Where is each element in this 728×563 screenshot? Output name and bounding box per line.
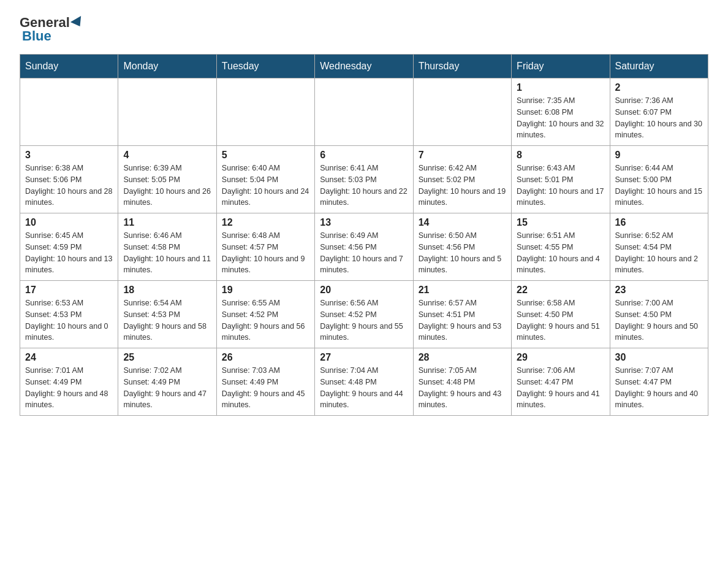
calendar-cell — [413, 79, 511, 146]
day-number: 27 — [320, 352, 408, 363]
calendar-cell: 22Sunrise: 6:58 AMSunset: 4:50 PMDayligh… — [512, 281, 610, 348]
calendar-cell: 14Sunrise: 6:50 AMSunset: 4:56 PMDayligh… — [413, 213, 511, 281]
day-number: 12 — [222, 217, 309, 228]
calendar-cell: 18Sunrise: 6:54 AMSunset: 4:53 PMDayligh… — [118, 281, 216, 348]
day-number: 10 — [25, 217, 113, 228]
day-of-week-header: Saturday — [610, 55, 708, 79]
calendar-cell: 4Sunrise: 6:39 AMSunset: 5:05 PMDaylight… — [118, 146, 216, 213]
day-number: 15 — [517, 217, 604, 228]
day-sun-info: Sunrise: 6:38 AMSunset: 5:06 PMDaylight:… — [25, 163, 113, 209]
day-sun-info: Sunrise: 7:03 AMSunset: 4:49 PMDaylight:… — [222, 365, 309, 411]
day-sun-info: Sunrise: 6:48 AMSunset: 4:57 PMDaylight:… — [222, 230, 309, 276]
day-of-week-header: Sunday — [20, 55, 118, 79]
day-sun-info: Sunrise: 6:57 AMSunset: 4:51 PMDaylight:… — [419, 297, 506, 343]
calendar-cell: 27Sunrise: 7:04 AMSunset: 4:48 PMDayligh… — [315, 348, 413, 416]
day-number: 24 — [25, 352, 113, 363]
day-sun-info: Sunrise: 7:05 AMSunset: 4:48 PMDaylight:… — [419, 365, 506, 411]
day-number: 23 — [615, 285, 703, 296]
day-number: 11 — [123, 217, 211, 228]
logo-arrow-icon — [70, 16, 85, 29]
day-number: 29 — [517, 352, 604, 363]
day-number: 7 — [419, 150, 506, 161]
day-number: 5 — [222, 150, 309, 161]
day-number: 30 — [615, 352, 703, 363]
calendar-week-row: 1Sunrise: 7:35 AMSunset: 6:08 PMDaylight… — [20, 79, 708, 146]
day-number: 1 — [517, 82, 604, 93]
calendar-cell: 6Sunrise: 6:41 AMSunset: 5:03 PMDaylight… — [315, 146, 413, 213]
calendar-cell: 26Sunrise: 7:03 AMSunset: 4:49 PMDayligh… — [216, 348, 314, 416]
calendar-week-row: 3Sunrise: 6:38 AMSunset: 5:06 PMDaylight… — [20, 146, 708, 213]
day-sun-info: Sunrise: 6:54 AMSunset: 4:53 PMDaylight:… — [123, 297, 211, 343]
calendar-cell: 24Sunrise: 7:01 AMSunset: 4:49 PMDayligh… — [20, 348, 118, 416]
calendar-cell: 10Sunrise: 6:45 AMSunset: 4:59 PMDayligh… — [20, 213, 118, 281]
day-header-row: SundayMondayTuesdayWednesdayThursdayFrid… — [20, 55, 708, 79]
day-sun-info: Sunrise: 6:39 AMSunset: 5:05 PMDaylight:… — [123, 163, 211, 209]
calendar-cell: 7Sunrise: 6:42 AMSunset: 5:02 PMDaylight… — [413, 146, 511, 213]
day-sun-info: Sunrise: 6:41 AMSunset: 5:03 PMDaylight:… — [320, 163, 408, 209]
day-number: 4 — [123, 150, 211, 161]
day-number: 26 — [222, 352, 309, 363]
day-sun-info: Sunrise: 6:51 AMSunset: 4:55 PMDaylight:… — [517, 230, 604, 276]
calendar-cell: 21Sunrise: 6:57 AMSunset: 4:51 PMDayligh… — [413, 281, 511, 348]
day-number: 17 — [25, 285, 113, 296]
day-sun-info: Sunrise: 7:02 AMSunset: 4:49 PMDaylight:… — [123, 365, 211, 411]
day-number: 13 — [320, 217, 408, 228]
calendar-table: SundayMondayTuesdayWednesdayThursdayFrid… — [20, 54, 708, 416]
calendar-cell: 29Sunrise: 7:06 AMSunset: 4:47 PMDayligh… — [512, 348, 610, 416]
day-number: 14 — [419, 217, 506, 228]
day-sun-info: Sunrise: 6:40 AMSunset: 5:04 PMDaylight:… — [222, 163, 309, 209]
calendar-cell: 19Sunrise: 6:55 AMSunset: 4:52 PMDayligh… — [216, 281, 314, 348]
calendar-cell: 1Sunrise: 7:35 AMSunset: 6:08 PMDaylight… — [512, 79, 610, 146]
day-sun-info: Sunrise: 6:42 AMSunset: 5:02 PMDaylight:… — [419, 163, 506, 209]
day-sun-info: Sunrise: 6:52 AMSunset: 4:54 PMDaylight:… — [615, 230, 703, 276]
day-sun-info: Sunrise: 7:35 AMSunset: 6:08 PMDaylight:… — [517, 95, 604, 141]
day-sun-info: Sunrise: 6:50 AMSunset: 4:56 PMDaylight:… — [419, 230, 506, 276]
day-sun-info: Sunrise: 6:58 AMSunset: 4:50 PMDaylight:… — [517, 297, 604, 343]
calendar-cell: 28Sunrise: 7:05 AMSunset: 4:48 PMDayligh… — [413, 348, 511, 416]
calendar-cell: 12Sunrise: 6:48 AMSunset: 4:57 PMDayligh… — [216, 213, 314, 281]
calendar-cell: 3Sunrise: 6:38 AMSunset: 5:06 PMDaylight… — [20, 146, 118, 213]
logo-blue-text: Blue — [22, 28, 51, 44]
calendar-cell — [118, 79, 216, 146]
day-of-week-header: Thursday — [413, 55, 511, 79]
day-number: 2 — [615, 82, 703, 93]
day-number: 19 — [222, 285, 309, 296]
page-header: General Blue — [20, 15, 708, 44]
day-number: 6 — [320, 150, 408, 161]
day-sun-info: Sunrise: 6:53 AMSunset: 4:53 PMDaylight:… — [25, 297, 113, 343]
calendar-cell: 13Sunrise: 6:49 AMSunset: 4:56 PMDayligh… — [315, 213, 413, 281]
calendar-cell: 9Sunrise: 6:44 AMSunset: 5:00 PMDaylight… — [610, 146, 708, 213]
calendar-week-row: 10Sunrise: 6:45 AMSunset: 4:59 PMDayligh… — [20, 213, 708, 281]
day-sun-info: Sunrise: 6:55 AMSunset: 4:52 PMDaylight:… — [222, 297, 309, 343]
calendar-cell: 17Sunrise: 6:53 AMSunset: 4:53 PMDayligh… — [20, 281, 118, 348]
calendar-cell: 15Sunrise: 6:51 AMSunset: 4:55 PMDayligh… — [512, 213, 610, 281]
day-sun-info: Sunrise: 7:04 AMSunset: 4:48 PMDaylight:… — [320, 365, 408, 411]
calendar-cell: 5Sunrise: 6:40 AMSunset: 5:04 PMDaylight… — [216, 146, 314, 213]
day-number: 21 — [419, 285, 506, 296]
day-sun-info: Sunrise: 6:46 AMSunset: 4:58 PMDaylight:… — [123, 230, 211, 276]
day-of-week-header: Wednesday — [315, 55, 413, 79]
calendar-cell: 2Sunrise: 7:36 AMSunset: 6:07 PMDaylight… — [610, 79, 708, 146]
day-sun-info: Sunrise: 7:06 AMSunset: 4:47 PMDaylight:… — [517, 365, 604, 411]
calendar-cell: 16Sunrise: 6:52 AMSunset: 4:54 PMDayligh… — [610, 213, 708, 281]
calendar-cell: 11Sunrise: 6:46 AMSunset: 4:58 PMDayligh… — [118, 213, 216, 281]
day-number: 25 — [123, 352, 211, 363]
day-number: 18 — [123, 285, 211, 296]
day-number: 28 — [419, 352, 506, 363]
day-sun-info: Sunrise: 6:49 AMSunset: 4:56 PMDaylight:… — [320, 230, 408, 276]
day-sun-info: Sunrise: 6:56 AMSunset: 4:52 PMDaylight:… — [320, 297, 408, 343]
day-sun-info: Sunrise: 7:36 AMSunset: 6:07 PMDaylight:… — [615, 95, 703, 141]
calendar-week-row: 17Sunrise: 6:53 AMSunset: 4:53 PMDayligh… — [20, 281, 708, 348]
day-of-week-header: Friday — [512, 55, 610, 79]
day-sun-info: Sunrise: 6:45 AMSunset: 4:59 PMDaylight:… — [25, 230, 113, 276]
day-sun-info: Sunrise: 7:01 AMSunset: 4:49 PMDaylight:… — [25, 365, 113, 411]
calendar-cell: 25Sunrise: 7:02 AMSunset: 4:49 PMDayligh… — [118, 348, 216, 416]
calendar-body: 1Sunrise: 7:35 AMSunset: 6:08 PMDaylight… — [20, 79, 708, 416]
day-number: 3 — [25, 150, 113, 161]
calendar-cell: 8Sunrise: 6:43 AMSunset: 5:01 PMDaylight… — [512, 146, 610, 213]
calendar-cell — [20, 79, 118, 146]
day-number: 8 — [517, 150, 604, 161]
day-of-week-header: Monday — [118, 55, 216, 79]
day-number: 20 — [320, 285, 408, 296]
day-sun-info: Sunrise: 6:44 AMSunset: 5:00 PMDaylight:… — [615, 163, 703, 209]
